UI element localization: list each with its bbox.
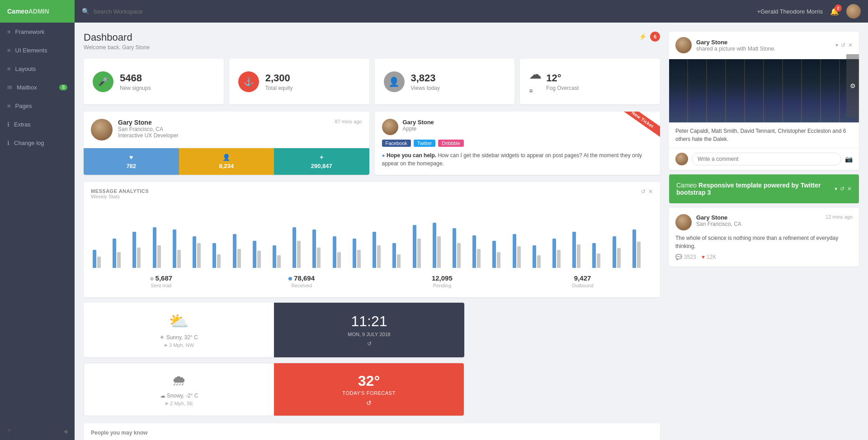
sidebar-label-changelog: Change log [14,140,44,146]
bar-blue [193,236,196,268]
social-post-meta: Gary Stone shared a picture with Matt St… [696,39,775,52]
post-heart-icon: ♥ [702,254,705,260]
extras-icon: ℹ [7,121,9,128]
sidebar-label-ui-elements: UI Elements [15,47,47,54]
bar-gray [417,239,421,268]
bar-blue [113,239,116,268]
bar-gray [297,241,301,268]
bar-gray [357,250,361,268]
cstat-sent-val: 5,687 [91,274,231,282]
sidebar-item-changelog[interactable]: ℹ Change log [0,134,75,152]
bar-blue [392,243,396,268]
bar-gray [477,249,481,268]
pstat-hearts-value: 782 [89,163,174,169]
sidebar-item-framework[interactable]: ≡ Framework [0,23,75,41]
chart-bar-group [273,245,291,268]
promo-refresh-icon[interactable]: ↺ [840,186,844,192]
snowy-wind: ➤ 2 Mph, SE [165,401,193,407]
people-title: People you may know [91,430,653,436]
weather-snowy-card: 🌧 ☁ Snowy, -2° C ➤ 2 Mph, SE 32° TODAY'S… [84,363,464,416]
post-card: Gary Stone San Francisco, CA 12 mins ago… [669,208,859,267]
chart-bar-group [212,243,231,268]
promo-minimize-icon[interactable]: ▾ [835,186,837,192]
cstat-sent: 5,687 Sent mail [91,271,231,291]
weather-snowy-left: 🌧 ☁ Snowy, -2° C ➤ 2 Mph, SE [84,363,274,416]
bar-blue [552,239,556,268]
social-action: shared a picture with Matt Stone. [696,46,775,52]
bar-blue [572,232,576,268]
social-close-icon[interactable]: ✕ [848,42,853,48]
bar-gray [437,236,441,268]
weather-column: ⛅ ☀ Sunny, 32° C ➤ 3 Mph, NW 11:21 MON, … [84,303,464,416]
help-icon[interactable]: ? [7,428,10,435]
chart-bar-group [312,229,331,268]
forecast-refresh-button[interactable]: ↺ [366,399,372,407]
sidebar-item-layouts[interactable]: ≡ Layouts [0,60,75,78]
weather-sunny-left: ⛅ ☀ Sunny, 32° C ➤ 3 Mph, NW [84,303,274,357]
sidebar-item-extras[interactable]: ℹ Extras [0,115,75,134]
chart-bar-group [353,239,371,268]
ticket-company: Apple [403,126,434,132]
stat-card-weather: ☁≡ 12° Fog Overcast [520,59,660,104]
search-icon: 🔍 [82,8,90,15]
header-actions: ⚡ 6 [639,32,660,42]
tag-twitter[interactable]: Twitter [414,140,435,147]
profile-name: Gary Stone [118,119,362,126]
bar-blue [153,227,156,268]
tag-dribbble[interactable]: Dribbble [438,140,464,147]
comment-row: 📷 [669,148,859,170]
analytics-close-icon[interactable]: ✕ [648,188,653,195]
bar-gray [577,244,580,268]
social-refresh-icon[interactable]: ↺ [841,42,845,48]
sidebar-label-layouts: Layouts [15,66,36,72]
equity-value: 2,300 [265,72,293,84]
weather-temp: 12° [546,72,579,84]
post-time: 12 mins ago [826,214,853,220]
search-input[interactable] [93,8,184,15]
tag-facebook[interactable]: Facebook [382,140,411,147]
sidebar-collapse[interactable]: ◀ [63,428,67,435]
bar-gray [177,250,181,268]
chart-bar-group [373,232,391,268]
post-header: Gary Stone San Francisco, CA 12 mins ago [675,214,853,230]
signups-value: 5468 [120,72,151,84]
sidebar-item-pages[interactable]: ≡ Pages [0,97,75,115]
notif-badge: 2 [835,5,842,12]
bar-blue [433,223,436,268]
bar-gray [597,253,600,268]
sidebar-bottom: ? ◀ [0,423,75,440]
brand-logo[interactable]: CameoADMIN [0,0,75,23]
bar-blue [492,241,496,268]
bar-blue [132,232,136,268]
profile-time: 87 mins ago [335,119,362,124]
camera-icon[interactable]: 📷 [845,155,853,163]
bar-gray [637,242,641,268]
action-badge[interactable]: 6 [650,32,660,42]
promo-close-icon[interactable]: ✕ [847,186,852,192]
bar-blue [253,241,256,268]
analytics-refresh-icon[interactable]: ↺ [641,188,646,195]
views-label: Views today [411,85,440,91]
weather-refresh-button[interactable]: ↺ [367,341,372,347]
bar-gray [117,252,121,268]
bar-gray [97,257,101,268]
bar-blue [212,243,216,268]
comment-input[interactable] [692,153,841,165]
social-minimize-icon[interactable]: ▾ [835,42,838,48]
layouts-icon: ≡ [7,66,11,72]
post-location: San Francisco, CA [696,221,741,227]
chart-bar-group [333,236,351,268]
sunny-desc: ☀ Sunny, 32° C [160,334,198,341]
page-title: Dashboard [84,32,150,43]
user-avatar[interactable] [846,4,861,19]
profile-location: San Francisco, CA [118,126,362,132]
post-body: The whole of science is nothing more tha… [675,234,853,250]
gear-icon[interactable]: ⚙ [850,82,856,89]
notifications-button[interactable]: 🔔 2 [830,7,839,16]
page-subtitle: Welcome back, Gary Stone [84,44,150,51]
chart-bar-group [173,229,191,268]
sidebar-item-ui-elements[interactable]: ≡ UI Elements [0,41,75,60]
analytics-card: MESSAGE ANALYTICS Weekly Stats ↺ ✕ 5,687… [84,182,660,297]
sidebar-item-mailbox[interactable]: ✉ Mailbox 8 [0,78,75,97]
sidebar: ≡ Framework ≡ UI Elements ≡ Layouts ✉ Ma… [0,23,75,440]
